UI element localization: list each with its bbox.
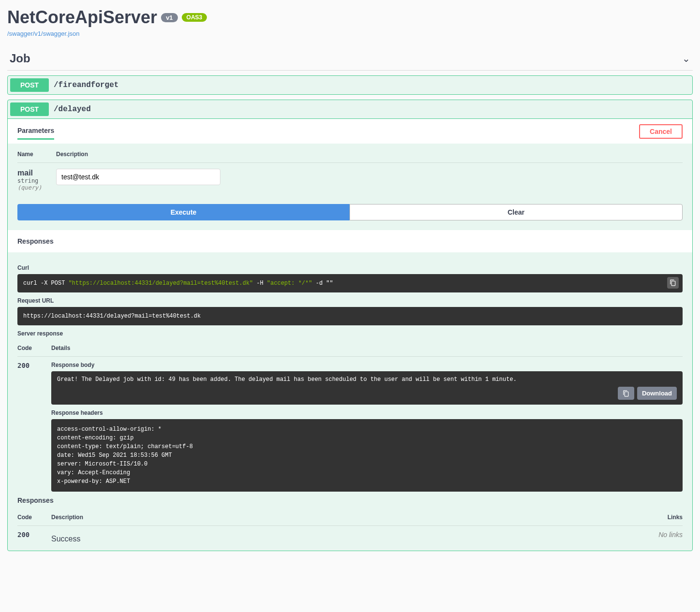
col-description: Description — [56, 151, 683, 158]
method-badge: POST — [10, 78, 49, 92]
copy-body-button[interactable] — [618, 387, 634, 400]
cancel-button[interactable]: Cancel — [639, 124, 683, 139]
header: NetCoreApiServer v1 OAS3 /swagger/v1/swa… — [7, 7, 693, 37]
param-row-mail: mail string (query) — [17, 163, 683, 197]
curl-label: Curl — [17, 264, 683, 271]
param-type: string — [17, 177, 56, 184]
spec-link[interactable]: /swagger/v1/swagger.json — [7, 30, 80, 37]
execute-button[interactable]: Execute — [17, 204, 350, 220]
api-title: NetCoreApiServer — [7, 7, 157, 28]
section-header-job[interactable]: Job ⌄ — [7, 47, 693, 71]
version-badge: v1 — [161, 13, 177, 22]
links-header: Links — [634, 514, 683, 521]
op-fireandforget: POST /fireandforget — [7, 75, 693, 95]
response-code: 200 — [17, 362, 51, 492]
op-path: /fireandforget — [54, 81, 118, 89]
code-header: Code — [17, 345, 51, 351]
tab-parameters[interactable]: Parameters — [17, 123, 54, 140]
request-url-block: https://localhost:44331/delayed?mail=tes… — [17, 307, 683, 325]
response-body-block: Great! The Delayed job with id: 49 has b… — [51, 371, 683, 405]
oas-badge: OAS3 — [182, 13, 207, 22]
op-delayed: POST /delayed Parameters Cancel Name Des… — [7, 100, 693, 551]
mail-input[interactable] — [56, 169, 220, 185]
chevron-down-icon: ⌄ — [682, 53, 690, 64]
op-summary-delayed[interactable]: POST /delayed — [8, 100, 692, 118]
details-header: Details — [51, 345, 683, 351]
description-header: Description — [51, 514, 634, 521]
download-button[interactable]: Download — [637, 387, 677, 400]
method-badge: POST — [10, 102, 49, 116]
response-headers-block: access-control-allow-origin: * content-e… — [51, 419, 683, 492]
doc-responses-label: Responses — [17, 492, 683, 509]
op-summary-fireandforget[interactable]: POST /fireandforget — [8, 76, 692, 94]
code-header: Code — [17, 514, 51, 521]
clear-button[interactable]: Clear — [350, 204, 683, 220]
param-name: mail — [17, 169, 56, 177]
doc-success: Success — [51, 535, 634, 543]
server-response-label: Server response — [17, 330, 683, 337]
body-label: Response body — [51, 362, 683, 368]
op-path: /delayed — [54, 105, 91, 114]
no-links: No links — [634, 531, 683, 543]
doc-code: 200 — [17, 531, 51, 543]
section-title: Job — [10, 52, 30, 65]
responses-header: Responses — [8, 230, 692, 252]
col-name: Name — [17, 151, 56, 158]
headers-label: Response headers — [51, 409, 683, 416]
copy-icon[interactable] — [667, 277, 679, 289]
param-location: (query) — [17, 184, 56, 191]
curl-block: curl -X POST "https://localhost:44331/de… — [17, 274, 683, 292]
requrl-label: Request URL — [17, 297, 683, 304]
